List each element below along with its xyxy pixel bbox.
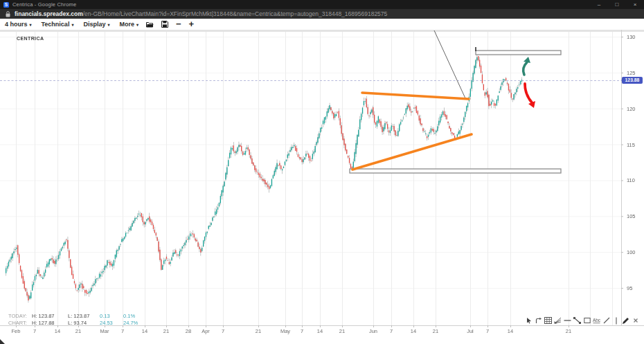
text-icon[interactable]: Abc — [593, 317, 600, 325]
diagonal-line-icon[interactable] — [602, 317, 610, 325]
today-high-label: H: — [32, 313, 37, 320]
price-tick-label: 95 — [627, 285, 632, 291]
up-arrow[interactable] — [524, 57, 530, 75]
caret-down-icon: ▾ — [107, 22, 109, 27]
segment-icon[interactable] — [573, 317, 581, 325]
date-tick-label: 21 — [75, 328, 81, 334]
caret-down-icon: ▾ — [136, 22, 138, 27]
date-tick-label: 7 — [33, 328, 36, 334]
price-tick-label: 115 — [627, 142, 635, 148]
lock-icon — [6, 11, 10, 17]
date-tick-label: 21 — [339, 328, 345, 334]
svg-text:Abc: Abc — [593, 318, 600, 323]
elbow-arrow-icon[interactable] — [535, 317, 542, 325]
trend-fan-icon[interactable] — [554, 317, 562, 325]
zoom-in-icon[interactable]: + — [189, 21, 195, 28]
more-menu[interactable]: More▾ — [119, 21, 138, 28]
date-tick-label: 7 — [486, 328, 489, 334]
horizontal-line-icon[interactable] — [564, 317, 571, 325]
today-low-label: L: — [68, 313, 72, 320]
spreadex-favicon: S — [3, 2, 9, 8]
window-titlebar: S Centrica - Google Chrome – □ × — [0, 0, 644, 9]
chart-change: 24.53 — [100, 320, 123, 327]
date-tick-label: 14 — [55, 328, 60, 334]
address-bar[interactable]: financials.spreadex.com/en-GB/Home/LiveC… — [0, 9, 644, 19]
technical-menu[interactable]: Technical▾ — [42, 21, 74, 28]
today-label: TODAY: — [8, 313, 32, 320]
date-tick-label: Feb — [12, 328, 21, 334]
minimize-button[interactable]: – — [590, 0, 608, 9]
date-tick-label: May — [280, 328, 290, 334]
display-menu[interactable]: Display▾ — [83, 21, 109, 28]
close-button[interactable]: × — [626, 0, 644, 9]
chart-high-label: H: — [32, 320, 37, 327]
pointer-icon[interactable] — [525, 317, 533, 325]
open-folder-icon[interactable] — [146, 21, 154, 28]
chart-high: 127.88 — [39, 320, 55, 327]
date-tick-label: 21 — [566, 328, 571, 334]
support-box[interactable] — [350, 169, 561, 173]
chart-low: 93.74 — [73, 320, 87, 327]
chart-low-label: L: — [68, 320, 72, 327]
today-stats-row: TODAY:H: 123.87L: 123.870.130.1% — [8, 313, 138, 320]
date-tick-label: 7 — [301, 328, 303, 334]
save-icon[interactable] — [161, 21, 168, 28]
current-price-badge: 123.88 — [622, 77, 643, 84]
date-tick-label: 7 — [390, 328, 393, 334]
maximize-button[interactable]: □ — [608, 0, 626, 9]
price-tick-label: 105 — [627, 213, 636, 219]
caret-down-icon: ▾ — [71, 22, 73, 27]
today-change-pct: 0.1% — [123, 313, 135, 320]
lower-trendline[interactable] — [352, 134, 472, 170]
date-tick-label: Mar — [100, 328, 109, 334]
chart-stats-row: CHART:H: 127.88L: 93.7424.5324.7% — [8, 320, 138, 327]
today-low: 123.87 — [73, 313, 89, 320]
date-tick-label: 7 — [121, 328, 124, 334]
price-tick-label: 100 — [627, 249, 636, 255]
down-arrow[interactable] — [525, 84, 535, 108]
price-tick-label: 120 — [627, 106, 636, 112]
date-tick-label: 28 — [186, 328, 191, 334]
date-tick-label: Jul — [467, 328, 474, 334]
date-tick-label: 21 — [163, 328, 169, 334]
chart-change-pct: 24.7% — [123, 320, 138, 327]
url-text: financials.spreadex.com/en-GB/Home/LiveC… — [15, 10, 387, 17]
pencil-icon[interactable] — [622, 317, 629, 325]
rectangle-icon[interactable] — [583, 317, 591, 325]
window-title: Centrica - Google Chrome — [12, 1, 76, 8]
date-tick-label: Apr — [202, 328, 210, 334]
zoom-out-icon[interactable]: − — [176, 21, 181, 28]
chart-toolbar: 4 hours▾ Technical▾ Display▾ More▾ − + — [0, 19, 644, 30]
price-tick-label: 130 — [627, 34, 636, 40]
timeframe-menu[interactable]: 4 hours▾ — [5, 21, 32, 28]
pointer-line[interactable] — [434, 30, 465, 98]
caret-down-icon: ▾ — [30, 22, 32, 27]
date-tick-label: 14 — [508, 328, 513, 334]
delete-icon[interactable] — [632, 317, 639, 325]
chart-label: CHART: — [8, 320, 32, 327]
annotation-layer[interactable] — [0, 30, 644, 344]
grid-icon[interactable] — [544, 317, 552, 325]
date-tick-label: Jun — [369, 328, 377, 334]
symbol-label: CENTRICA — [17, 36, 44, 41]
date-tick-label: 14 — [142, 328, 147, 334]
price-stats: TODAY:H: 123.87L: 123.870.130.1% CHART:H… — [8, 313, 138, 326]
corner-mark — [0, 339, 5, 344]
date-tick-label: 14 — [411, 328, 416, 334]
url-path: /en-GB/Home/LiveChartMain?id=XFinSprMchM… — [83, 10, 388, 17]
date-tick-label: 21 — [433, 328, 438, 334]
price-tick-label: 125 — [627, 70, 636, 76]
vertical-line-icon[interactable] — [612, 317, 620, 325]
drawing-toolbar: Abc — [525, 316, 639, 325]
upper-trendline[interactable] — [362, 93, 469, 99]
date-tick-label: 21 — [256, 328, 261, 334]
price-tick-label: 110 — [627, 177, 635, 183]
url-domain: financials.spreadex.com — [15, 10, 83, 17]
today-change: 0.13 — [100, 313, 123, 320]
date-tick-label: 7 — [222, 328, 224, 334]
today-high: 123.87 — [39, 313, 55, 320]
date-tick-label: 14 — [317, 328, 323, 334]
resistance-box[interactable] — [476, 51, 561, 55]
